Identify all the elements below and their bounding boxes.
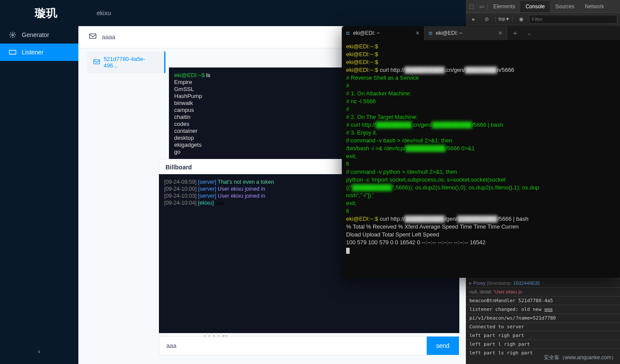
tab-sources[interactable]: Sources bbox=[550, 1, 580, 12]
terminal-tab-2[interactable]: ⧉ eki@EDI: ~ ✕ bbox=[425, 26, 507, 40]
session-id: 521d7780-4a5e-496... bbox=[104, 56, 158, 69]
powershell-icon: ⧉ bbox=[429, 30, 432, 36]
clear-icon[interactable]: ⊘ bbox=[482, 16, 492, 22]
mail-icon bbox=[93, 59, 100, 66]
sidebar-item-listener[interactable]: Listener bbox=[0, 44, 78, 61]
new-tab-button[interactable]: ＋ bbox=[507, 29, 523, 38]
mail-icon bbox=[89, 33, 97, 41]
tab-console[interactable]: Console bbox=[520, 1, 550, 12]
context-selector[interactable]: top ▾ bbox=[499, 16, 509, 22]
sidebar-collapse[interactable]: ‹ bbox=[0, 343, 78, 360]
close-icon[interactable]: ✕ bbox=[498, 30, 502, 36]
current-user: ekixu bbox=[97, 10, 111, 17]
terminal-tab-1[interactable]: ⧉ eki@EDI: ~ ✕ bbox=[342, 26, 425, 40]
close-icon[interactable]: ✕ bbox=[415, 30, 420, 36]
terminal-tabs: ⧉ eki@EDI: ~ ✕ ⧉ eki@EDI: ~ ✕ ＋ ⌄ bbox=[342, 26, 620, 40]
session-list: 521d7780-4a5e-496... bbox=[87, 51, 165, 73]
terminal-window: ⧉ eki@EDI: ~ ✕ ⧉ eki@EDI: ~ ✕ ＋ ⌄ eki@ED… bbox=[342, 26, 620, 278]
tab-network[interactable]: Network bbox=[580, 1, 609, 12]
svg-point-0 bbox=[12, 34, 13, 36]
sidebar-toggle-icon[interactable]: ▸ bbox=[468, 16, 479, 22]
eye-icon[interactable]: ◉ bbox=[516, 16, 526, 22]
tab-elements[interactable]: Elements bbox=[488, 1, 520, 12]
console-filter[interactable] bbox=[529, 15, 617, 24]
session-item[interactable]: 521d7780-4a5e-496... bbox=[87, 51, 165, 73]
console-output: old▸ Proxy {timestamp: 1632449035 null, … bbox=[466, 270, 620, 357]
app-logo: 璇玑 bbox=[35, 6, 57, 21]
sidebar-item-generator[interactable]: Generator bbox=[0, 26, 78, 44]
chevron-left-icon: ‹ bbox=[38, 347, 40, 355]
breadcrumb-text: aaaa bbox=[102, 34, 115, 40]
sidebar: Generator Listener ‹ bbox=[0, 26, 78, 364]
listener-icon bbox=[9, 49, 17, 55]
message-input-bar: send bbox=[159, 336, 459, 355]
sidebar-label: Listener bbox=[22, 49, 44, 56]
powershell-icon: ⧉ bbox=[346, 30, 350, 36]
svg-rect-2 bbox=[90, 34, 96, 39]
watermark: 安全客（www.anquanke.com） bbox=[544, 354, 617, 361]
message-input[interactable] bbox=[159, 337, 427, 355]
generator-icon bbox=[9, 32, 17, 38]
tab-dropdown[interactable]: ⌄ bbox=[523, 30, 536, 36]
terminal-body[interactable]: eki@EDI:~:$eki@EDI:~:$eki@EDI:~:$eki@EDI… bbox=[342, 40, 620, 257]
devtools-toolbar: ▸ ⊘ | top ▾ | ◉ bbox=[466, 13, 620, 25]
devtools-tabbar: ⬚ ▭ | Elements Console Sources Network bbox=[466, 0, 620, 13]
device-icon[interactable]: ▭ bbox=[476, 3, 487, 10]
inspect-icon[interactable]: ⬚ bbox=[466, 3, 476, 10]
svg-rect-1 bbox=[10, 51, 16, 54]
sidebar-label: Generator bbox=[22, 31, 49, 38]
send-button[interactable]: send bbox=[427, 337, 459, 355]
svg-rect-3 bbox=[94, 60, 99, 64]
